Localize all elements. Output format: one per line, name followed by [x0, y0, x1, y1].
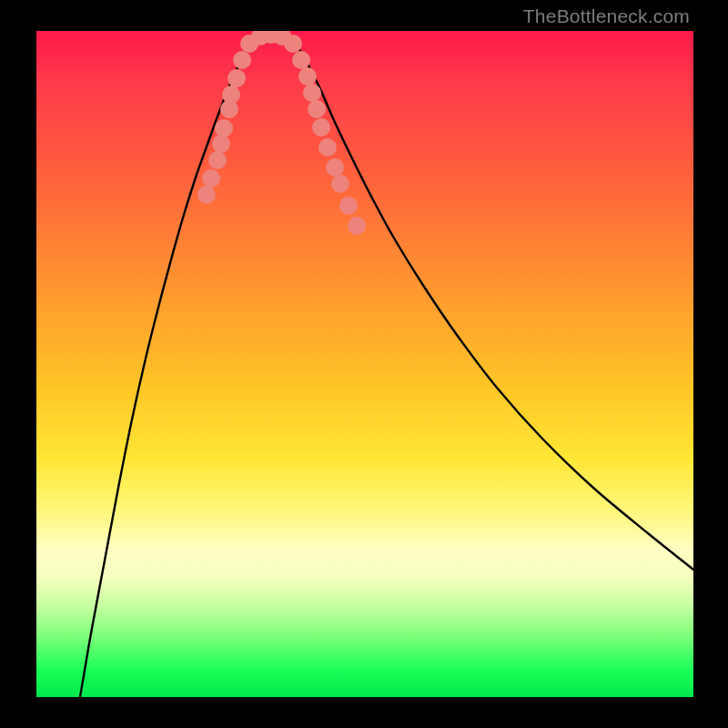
marker-dot [215, 119, 233, 137]
plot-area [36, 31, 693, 697]
marker-dot [318, 138, 337, 157]
watermark-text: TheBottleneck.com [523, 5, 690, 27]
marker-dot [228, 69, 246, 87]
marker-dot [303, 84, 321, 102]
curve-left [80, 33, 260, 697]
marker-dot [197, 186, 216, 204]
marker-dot [308, 100, 326, 118]
marker-dot [222, 86, 240, 104]
curve-right [288, 33, 693, 570]
marker-dot [348, 217, 366, 235]
marker-dot [292, 51, 310, 69]
curves-svg [36, 31, 693, 697]
chart-frame: TheBottleneck.com [0, 0, 728, 728]
marker-dot [212, 135, 230, 153]
marker-dot [339, 197, 358, 215]
marker-dot [298, 67, 317, 86]
marker-dot [312, 118, 330, 136]
marker-dot [233, 51, 251, 69]
marker-dot [331, 175, 349, 193]
marker-dot [284, 35, 302, 53]
marker-dot [208, 151, 227, 169]
marker-dot [326, 158, 344, 177]
marker-dot [202, 169, 220, 187]
